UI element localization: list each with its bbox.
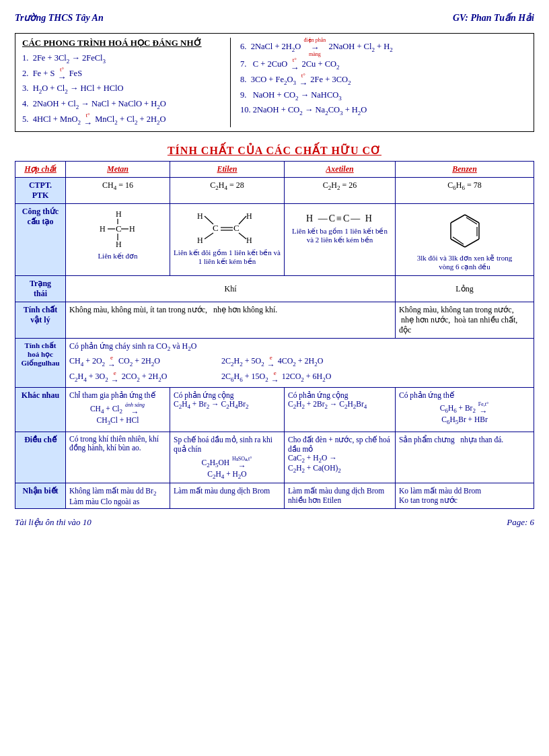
svg-text:C: C bbox=[233, 223, 240, 233]
teacher-name: Phan Tuấn Hải bbox=[470, 13, 534, 23]
footer-right: Page: 6 bbox=[507, 517, 534, 528]
table-row-nhanbiết: Nhận biết Không làm mất màu dd Br2 Làm m… bbox=[15, 483, 534, 508]
reactions-box: CÁC PHONG TRÌNH HOÁ HỌC ĐÁNG NHỚ 1. 2Fe … bbox=[15, 33, 534, 132]
page-footer: Tài liệu ôn thi vào 10 Page: 6 bbox=[15, 517, 534, 528]
reaction-6: 6. 2NaCl + 2H2O điện phân → màng 2NaOH +… bbox=[240, 38, 527, 57]
tcvl-khi: Không màu, không mùi, ít tan trong nước,… bbox=[66, 302, 396, 339]
label-ctct: Công thứccấu tạo bbox=[15, 204, 66, 276]
nhanbiet-etilen: Làm mất màu dung dịch Brom bbox=[170, 483, 285, 508]
arrow-e3: e → bbox=[267, 355, 275, 369]
tchh-shared: Có phản ứng cháy sinh ra CO2 và H2O bbox=[69, 341, 530, 352]
page-header: Trường THCS Tây An GV: Phan Tuấn Hải bbox=[15, 12, 534, 24]
table-row-trangthai: Trạngthái Khí Lỏng bbox=[15, 276, 534, 302]
col-header-hopchat: Hợp chất bbox=[15, 162, 66, 178]
reaction-4: 4. 2NaOH + Cl2 → NaCl + NaClO + H2O bbox=[22, 97, 223, 112]
tchh-axetilen: 2C2H2 + 5O2 e → 4CO2 + 2H2O bbox=[221, 355, 323, 369]
benzen-molecule-svg bbox=[445, 208, 485, 254]
etilen-bond-note: Liên kết đôi gồm 1 liên kết bền và1 liên… bbox=[172, 248, 282, 266]
svg-line-23 bbox=[465, 239, 479, 247]
khacnhau-metan: Chỉ tham gia phản ứng thế CH4 + Cl2 ánh … bbox=[66, 387, 170, 432]
reaction-5: 5. 4HCl + MnO2 t° → MnCl2 + Cl2 + 2H2O bbox=[22, 112, 223, 128]
label-tcvl: Tính chấtvật lý bbox=[15, 302, 66, 339]
tchh-content: Có phản ứng cháy sinh ra CO2 và H2O CH4 … bbox=[66, 339, 534, 387]
arrow-dmdd-6: điện phân → màng bbox=[304, 38, 326, 57]
reaction-9: 9. NaOH + CO2 → NaHCO3 bbox=[240, 88, 527, 104]
arrow-t-8: t° → bbox=[299, 73, 307, 88]
svg-text:C: C bbox=[213, 223, 219, 233]
reaction-7: 7. C + 2CuO t° → 2Cu + CO2 bbox=[240, 57, 527, 73]
table-row-tcvl: Tính chấtvật lý Không màu, không mùi, ít… bbox=[15, 302, 534, 339]
arrow-h2so4: H₂SO₄,t° → bbox=[232, 456, 252, 470]
svg-text:H: H bbox=[246, 236, 252, 245]
svg-text:H: H bbox=[116, 240, 122, 249]
school-name: Trường THCS Tây An bbox=[15, 12, 104, 24]
trangthai-khi: Khí bbox=[66, 276, 396, 302]
svg-text:H: H bbox=[197, 211, 203, 221]
table-row-ctct: Công thứccấu tạo C H H H H bbox=[15, 204, 534, 276]
nhanbiet-axetilen: Làm mất màu dung dịch Brom nhiều hơn Eti… bbox=[285, 483, 396, 508]
teacher-info: GV: Phan Tuấn Hải bbox=[453, 12, 534, 24]
etilen-molecule-svg: H H C C H H bbox=[194, 208, 261, 248]
table-header-row: Hợp chất Metan Etilen Axetilen Benzen bbox=[15, 162, 534, 178]
tchh-benzen: 2C6H6 + 15O2 e → 12CO2 + 6H2O bbox=[221, 370, 331, 384]
col-header-axetilen: Axetilen bbox=[285, 162, 396, 178]
axetilen-ctpt: C2H2 = 26 bbox=[285, 178, 396, 204]
label-tchh: Tính chấthoá họcGiốngulhau bbox=[15, 339, 66, 387]
col-header-benzen: Benzen bbox=[396, 162, 534, 178]
nhanbiet-benzen: Ko làm mất màu dd Brom Ko tan trong nước bbox=[396, 483, 534, 508]
label-khacnhau: Khác nhau bbox=[15, 387, 66, 432]
reaction-3: 3. H2O + Cl2 → HCl + HClO bbox=[22, 81, 223, 97]
main-table-title: TÍNH CHẤT CỦA CÁC CHẤT HỮU CƠ bbox=[15, 144, 534, 157]
col-header-metan: Metan bbox=[66, 162, 170, 178]
svg-line-19 bbox=[239, 216, 246, 224]
table-row-tchh: Tính chấthoá họcGiốngulhau Có phản ứng c… bbox=[15, 339, 534, 387]
gv-label: GV: bbox=[453, 13, 468, 23]
footer-left: Tài liệu ôn thi vào 10 bbox=[15, 517, 92, 528]
khacnhau-etilen: Có phản ứng cộng C2H4 + Br2 → C2H4Br2 bbox=[170, 387, 285, 432]
svg-line-26 bbox=[451, 215, 465, 223]
dieuchi-axetilen: Cho đất đèn + nước, sp chế hoá dầu mỏ Ca… bbox=[285, 432, 396, 483]
arrow-e1: e → bbox=[108, 355, 116, 369]
reactions-right-col: 6. 2NaCl + 2H2O điện phân → màng 2NaOH +… bbox=[231, 38, 527, 127]
axetilen-ctct: H —C≡C— H Liên kết ba gồm 1 liên kết bền… bbox=[285, 204, 396, 276]
svg-text:H: H bbox=[129, 224, 135, 234]
arrow-fe-t: Fe,t° → bbox=[478, 402, 488, 415]
reactions-left-col: CÁC PHONG TRÌNH HOÁ HỌC ĐÁNG NHỚ 1. 2Fe … bbox=[22, 38, 231, 127]
khacnhau-axetilen: Có phản ứng cộng C2H2 + 2Br2 → C2H2Br4 bbox=[285, 387, 396, 432]
label-trangthai: Trạngthái bbox=[15, 276, 66, 302]
svg-text:H: H bbox=[246, 211, 252, 221]
tchh-equations: CH4 + 2O2 e → CO2 + 2H2O 2C2H2 + 5O2 e → bbox=[69, 355, 530, 369]
svg-text:H: H bbox=[100, 224, 106, 234]
reaction-2: 2. Fe + S t° → FeS bbox=[22, 67, 223, 81]
table-row-dieuchi: Điều chế Có trong khí thiên nhiên, khí đ… bbox=[15, 432, 534, 483]
axetilen-formula-display: H —C≡C— H bbox=[287, 213, 393, 224]
metan-molecule-svg: C H H H H bbox=[94, 208, 141, 252]
arrow-t-7: t° → bbox=[290, 57, 299, 72]
reaction-8: 8. 3CO + Fe2O3 t° → 2Fe + 3CO2 bbox=[240, 73, 527, 88]
reaction-1: 1. 2Fe + 3Cl2 → 2FeCl3 bbox=[22, 51, 223, 67]
benzen-bond-note: 3lk đôi và 3lk đơn xen kẽ trongvòng 6 cạ… bbox=[398, 254, 532, 271]
etilen-ctpt: C2H4 = 28 bbox=[170, 178, 285, 204]
nhanbiet-metan: Không làm mất màu dd Br2 Làm màu Clo ngo… bbox=[66, 483, 170, 508]
dieuchi-etilen: Sp chế hoá dầu mỏ, sinh ra khi quả chín … bbox=[170, 432, 285, 483]
table-row-ctpt: CTPT.PTK CH4 = 16 C2H4 = 28 C2H2 = 26 C6… bbox=[15, 178, 534, 204]
tchh-metan: CH4 + 2O2 e → CO2 + 2H2O bbox=[69, 355, 204, 369]
svg-text:H: H bbox=[197, 236, 203, 245]
tchh-equations2: C2H4 + 3O2 e → 2CO2 + 2H2O 2C6H6 + 15O2 … bbox=[69, 370, 530, 384]
label-dieuchi: Điều chế bbox=[15, 432, 66, 483]
khacnhau-benzen: Có phản ứng thế C6H6 + Br2 Fe,t° → C6H5B… bbox=[396, 387, 534, 432]
arrow-e2: e → bbox=[111, 370, 119, 384]
axetilen-bond-note: Liên kết ba gồm 1 liên kết bềnvà 2 liên … bbox=[287, 227, 393, 244]
reactions-title: CÁC PHONG TRÌNH HOÁ HỌC ĐÁNG NHỚ bbox=[22, 38, 223, 48]
svg-line-20 bbox=[239, 233, 246, 239]
dieuchi-benzen: Sản phẩm chưng nhựa than đá. bbox=[396, 432, 534, 483]
label-ctpt: CTPT.PTK bbox=[15, 178, 66, 204]
col-header-etilen: Etilen bbox=[170, 162, 285, 178]
benzen-ctpt: C6H6 = 78 bbox=[396, 178, 534, 204]
label-nhanbiet: Nhận biết bbox=[15, 483, 66, 508]
main-comparison-table: Hợp chất Metan Etilen Axetilen Benzen CT… bbox=[15, 161, 534, 508]
svg-line-21 bbox=[465, 215, 479, 223]
table-row-khacnhau: Khác nhau Chỉ tham gia phản ứng thế CH4 … bbox=[15, 387, 534, 432]
arrow-t-2: t° → bbox=[58, 67, 67, 81]
tcvl-benzen: Không màu, không tan trong nước, nhẹ hơn… bbox=[396, 302, 534, 339]
